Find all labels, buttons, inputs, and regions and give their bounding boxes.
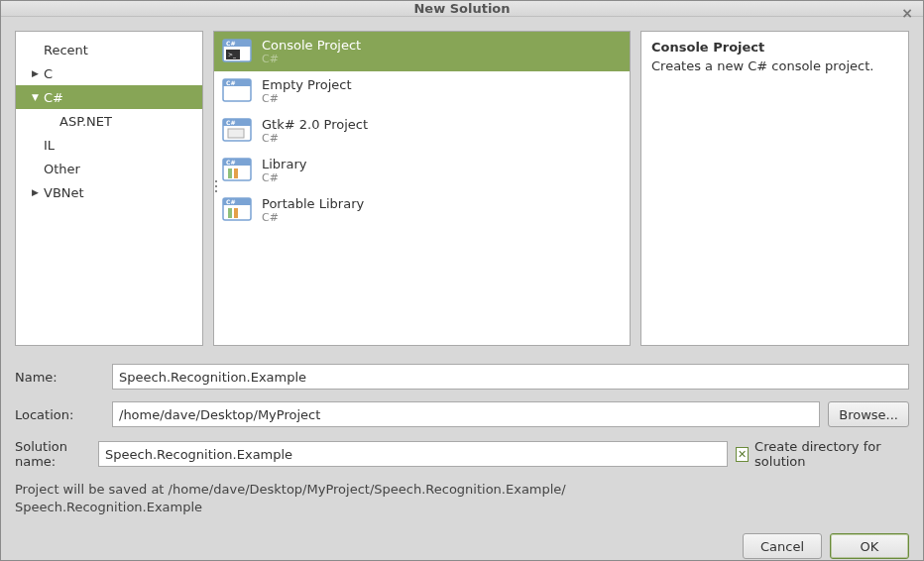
empty-icon: C# (222, 76, 252, 106)
ok-button[interactable]: OK (830, 533, 909, 559)
svg-rect-15 (228, 168, 232, 178)
library-icon: C# (222, 156, 252, 185)
location-input[interactable] (112, 401, 820, 427)
create-dir-label: Create directory for solution (754, 439, 909, 469)
category-item[interactable]: ▼C# (16, 85, 202, 109)
dialog-footer: Cancel OK (15, 533, 909, 559)
category-item[interactable]: ▶C (16, 61, 202, 85)
panels-row: Recent▶C▼C#ASP.NETILOther▶VBNet C#>_Cons… (15, 31, 909, 346)
svg-text:C#: C# (226, 40, 235, 47)
category-item[interactable]: Other (16, 157, 202, 180)
category-label: Recent (44, 43, 88, 57)
window-title: New Solution (413, 1, 510, 16)
template-item[interactable]: C#Portable LibraryC# (214, 190, 630, 230)
location-row: Location: Browse... (15, 401, 909, 427)
expand-arrow-icon: ▶ (32, 68, 44, 78)
gtk-icon: C# (222, 116, 252, 146)
template-item[interactable]: C#LibraryC# (214, 151, 630, 190)
expand-arrow-icon: ▶ (32, 187, 44, 197)
template-panel: C#>_Console ProjectC#C#Empty ProjectC#C#… (213, 31, 631, 346)
checkbox-icon: ✕ (736, 447, 749, 462)
template-language: C# (262, 132, 368, 145)
category-label: Other (44, 162, 80, 176)
form-area: Name: Location: Browse... Solution name:… (15, 364, 909, 559)
name-label: Name: (15, 370, 112, 385)
template-language: C# (262, 53, 361, 65)
name-row: Name: (15, 364, 909, 390)
cancel-button[interactable]: Cancel (743, 533, 822, 559)
svg-text:C#: C# (226, 159, 235, 166)
template-language: C# (262, 171, 306, 184)
svg-rect-16 (234, 168, 238, 178)
category-item[interactable]: IL (16, 133, 202, 157)
template-item[interactable]: C#Empty ProjectC# (214, 71, 630, 111)
category-label: C (44, 66, 53, 81)
save-info-line: Speech.Recognition.Example (15, 499, 909, 516)
solution-name-input[interactable] (98, 441, 728, 467)
description-body: Creates a new C# console project. (651, 58, 898, 73)
template-name: Gtk# 2.0 Project (262, 117, 368, 133)
category-label: C# (44, 90, 63, 105)
create-dir-checkbox[interactable]: ✕ Create directory for solution (736, 439, 909, 469)
description-panel: Console Project Creates a new C# console… (640, 31, 909, 346)
svg-text:>_: >_ (228, 51, 237, 58)
template-name: Console Project (262, 38, 361, 54)
titlebar[interactable]: New Solution × (1, 1, 923, 17)
svg-rect-21 (234, 208, 238, 218)
console-icon: C#>_ (222, 37, 252, 66)
template-item[interactable]: C#>_Console ProjectC# (214, 32, 630, 71)
solution-name-row: Solution name: ✕ Create directory for so… (15, 439, 909, 469)
svg-text:C#: C# (226, 119, 235, 126)
category-label: IL (44, 138, 55, 153)
svg-text:C#: C# (226, 198, 235, 205)
svg-text:C#: C# (226, 79, 235, 86)
browse-button[interactable]: Browse... (828, 401, 909, 427)
template-name: Portable Library (262, 196, 364, 212)
template-item[interactable]: C#Gtk# 2.0 ProjectC# (214, 111, 630, 151)
name-input[interactable] (112, 364, 909, 390)
close-icon[interactable]: × (899, 5, 915, 21)
save-info-line: Project will be saved at /home/dave/Desk… (15, 481, 909, 499)
category-label: ASP.NET (59, 114, 112, 129)
category-panel: Recent▶C▼C#ASP.NETILOther▶VBNet (15, 31, 203, 346)
category-item[interactable]: ASP.NET (16, 109, 202, 133)
expand-arrow-icon: ▼ (32, 92, 44, 102)
save-path-info: Project will be saved at /home/dave/Desk… (15, 481, 909, 515)
description-title: Console Project (651, 40, 898, 55)
category-item[interactable]: ▶VBNet (16, 180, 202, 204)
category-item[interactable]: Recent (16, 38, 202, 61)
resize-grip-icon[interactable] (640, 180, 642, 200)
svg-rect-11 (228, 129, 244, 138)
location-label: Location: (15, 407, 112, 422)
new-solution-dialog: New Solution × Recent▶C▼C#ASP.NETILOther… (0, 0, 924, 561)
dialog-content: Recent▶C▼C#ASP.NETILOther▶VBNet C#>_Cons… (1, 17, 923, 561)
template-name: Library (262, 157, 306, 172)
solution-name-label: Solution name: (15, 439, 98, 469)
template-language: C# (262, 211, 364, 224)
category-label: VBNet (44, 185, 84, 200)
template-name: Empty Project (262, 77, 352, 93)
svg-rect-20 (228, 208, 232, 218)
library-icon: C# (222, 195, 252, 225)
template-language: C# (262, 92, 352, 105)
resize-grip-icon[interactable] (213, 180, 219, 200)
